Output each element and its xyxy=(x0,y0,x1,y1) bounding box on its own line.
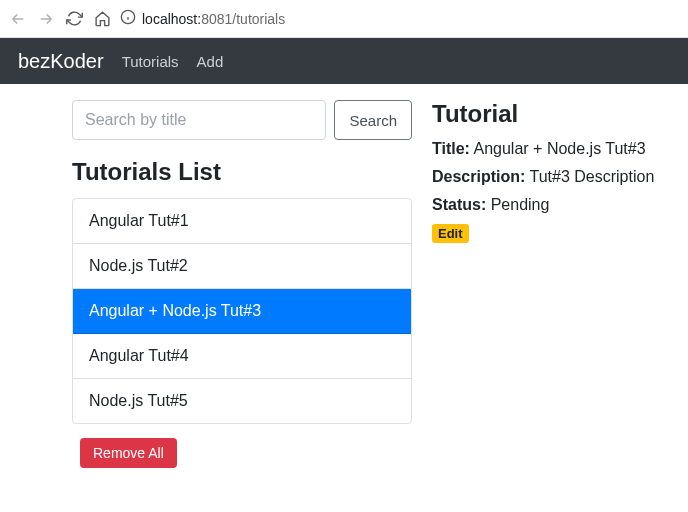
brand[interactable]: bezKoder xyxy=(18,50,104,73)
url-port: 8081 xyxy=(201,11,232,27)
search-input[interactable] xyxy=(72,100,326,140)
list-item[interactable]: Node.js Tut#2 xyxy=(73,244,411,289)
list-item[interactable]: Node.js Tut#5 xyxy=(73,379,411,423)
detail-title: Title: Angular + Node.js Tut#3 xyxy=(432,140,670,158)
list-heading: Tutorials List xyxy=(72,158,412,186)
url-path: /tutorials xyxy=(232,11,285,27)
nav-link-add[interactable]: Add xyxy=(197,53,224,70)
status-label: Status: xyxy=(432,196,486,213)
edit-button[interactable]: Edit xyxy=(432,224,469,243)
app-navbar: bezKoder Tutorials Add xyxy=(0,38,688,84)
detail-heading: Tutorial xyxy=(432,100,670,128)
remove-all-button[interactable]: Remove All xyxy=(80,438,177,468)
detail-status: Status: Pending xyxy=(432,196,670,214)
search-button[interactable]: Search xyxy=(334,100,412,140)
tutorials-list: Angular Tut#1 Node.js Tut#2 Angular + No… xyxy=(72,198,412,424)
title-value: Angular + Node.js Tut#3 xyxy=(474,140,646,157)
forward-icon[interactable] xyxy=(36,9,56,29)
list-item[interactable]: Angular Tut#4 xyxy=(73,334,411,379)
list-item[interactable]: Angular Tut#1 xyxy=(73,199,411,244)
status-value: Pending xyxy=(491,196,550,213)
back-icon[interactable] xyxy=(8,9,28,29)
home-icon[interactable] xyxy=(92,9,112,29)
url-host: localhost: xyxy=(142,11,201,27)
description-label: Description: xyxy=(432,168,525,185)
address-bar[interactable]: localhost:8081/tutorials xyxy=(120,9,285,28)
title-label: Title: xyxy=(432,140,470,157)
nav-link-tutorials[interactable]: Tutorials xyxy=(122,53,179,70)
list-item[interactable]: Angular + Node.js Tut#3 xyxy=(73,289,411,334)
reload-icon[interactable] xyxy=(64,9,84,29)
info-icon xyxy=(120,9,136,28)
detail-description: Description: Tut#3 Description xyxy=(432,168,670,186)
browser-toolbar: localhost:8081/tutorials xyxy=(0,0,688,38)
description-value: Tut#3 Description xyxy=(530,168,655,185)
